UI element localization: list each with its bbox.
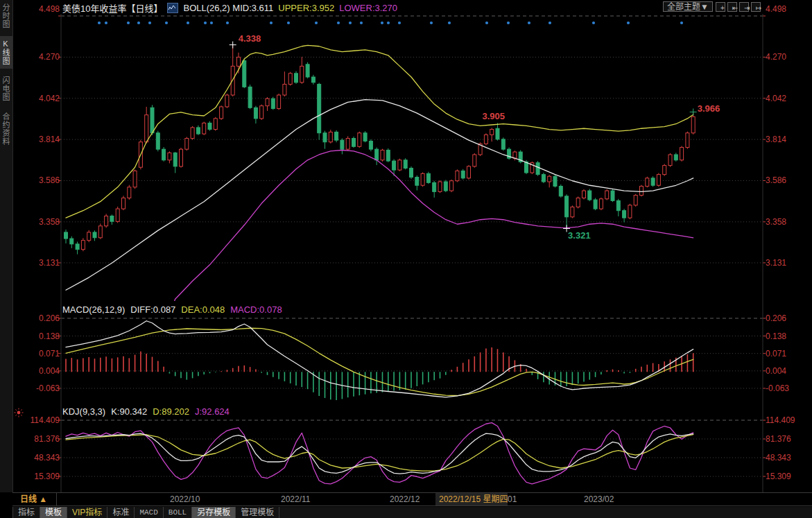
macd-header: MACD(26,12,9) DIFF:0.087 DEA:0.048 MACD:…	[62, 304, 282, 315]
candle-body	[461, 171, 465, 178]
signal-dot	[680, 21, 683, 24]
zoom-in-icon[interactable]: ⇥	[739, 2, 749, 12]
bottom-tab-BOLL[interactable]: BOLL	[164, 507, 192, 518]
toolbar-buttons: +⇤⇥↦	[716, 2, 761, 12]
theme-select-button[interactable]: 全部主题▼	[663, 1, 713, 12]
candle-body	[352, 139, 356, 147]
candle-body	[410, 169, 413, 178]
mini-line-chart-icon	[167, 3, 178, 13]
candle-body	[202, 123, 206, 134]
bottom-tab-管理模板[interactable]: 管理模板	[236, 507, 279, 518]
candle-body	[553, 176, 557, 186]
signal-dot	[315, 21, 318, 24]
period-selector[interactable]: 日线 ▲	[12, 493, 57, 506]
alarm-icon[interactable]	[14, 408, 24, 420]
candle-body	[473, 155, 476, 166]
candle-body	[421, 173, 424, 185]
boll-upper-line	[66, 45, 693, 218]
candle-body	[438, 182, 442, 191]
trading-app-window: 4.4984.4984.2704.2704.0424.0423.8143.814…	[0, 0, 812, 518]
candle-body	[513, 152, 517, 158]
signal-dot	[148, 21, 151, 24]
candle-body	[318, 84, 321, 132]
signal-dot	[627, 21, 630, 24]
candle-body	[156, 133, 159, 149]
candle-body	[346, 139, 349, 150]
cross-green	[690, 109, 697, 116]
sidebar-item-4[interactable]: 合约资料	[0, 109, 12, 149]
candle-body	[616, 200, 620, 210]
candle-body	[375, 149, 379, 160]
boll-params-label: BOLL(26,2) MID:3.611	[183, 3, 273, 13]
candle-body	[311, 77, 315, 83]
candle-body	[657, 175, 660, 186]
signal-dot	[398, 21, 401, 24]
candle-body	[456, 171, 459, 180]
chart-title-cluster: 美债10年收益率【日线】 BOLL(26,2) MID:3.611 UPPER:…	[62, 1, 397, 15]
page-forward-icon[interactable]: ↦	[751, 2, 761, 12]
date-tick-label: 2022/11	[281, 494, 311, 505]
signal-dot	[349, 21, 352, 24]
kdj-d-value: D:89.202	[153, 406, 189, 417]
k-line	[66, 433, 693, 474]
sidebar-item-3[interactable]: 闪电图	[0, 73, 12, 105]
candle-body	[588, 191, 591, 200]
candle-body	[254, 107, 257, 119]
sidebar-item-2[interactable]: K线图	[0, 36, 12, 69]
signal-dot	[387, 21, 390, 24]
candle-body	[105, 216, 108, 226]
candle-body	[237, 57, 241, 66]
bottom-tab-模板[interactable]: 模板	[40, 507, 67, 518]
date-tick-label: 2022/10	[170, 494, 200, 505]
macd-diff-value: DIFF:0.087	[130, 304, 175, 315]
candle-body	[128, 187, 131, 198]
candle-body	[283, 84, 286, 95]
macd-layer	[66, 321, 693, 400]
candle-body	[450, 181, 453, 191]
candle-body	[133, 171, 137, 187]
signal-dot	[165, 21, 168, 24]
zoom-out-icon[interactable]: ⇤	[727, 2, 737, 12]
bottom-tab-另存模板[interactable]: 另存模板	[192, 507, 236, 518]
signal-dot	[528, 21, 530, 24]
candle-body	[288, 74, 292, 85]
candle-body	[467, 166, 471, 178]
candle-body	[496, 128, 499, 139]
signal-dot	[448, 21, 451, 24]
candle-body	[571, 207, 574, 217]
candle-body	[542, 175, 545, 182]
candle-body	[87, 232, 91, 241]
candle-body	[576, 198, 580, 207]
candle-body	[651, 178, 655, 185]
bottom-tab-MACD[interactable]: MACD	[135, 507, 163, 518]
macd-macd-value: MACD:0.078	[230, 304, 282, 315]
candle-body	[628, 205, 632, 218]
crosshair-date-badge: 2022/12/15 星期四	[435, 493, 508, 506]
crosshair-icon[interactable]: +	[716, 2, 725, 12]
bottom-tab-VIP指标[interactable]: VIP指标	[67, 507, 107, 518]
candle-body	[335, 132, 338, 140]
signal-dot	[270, 21, 273, 24]
macd-dea-value: DEA:0.048	[181, 304, 225, 315]
sidebar: 分时图K线图闪电图合约资料	[0, 0, 13, 492]
bottom-tab-指标[interactable]: 指标	[13, 507, 40, 518]
sidebar-item-1[interactable]: 分时图	[0, 0, 12, 32]
toolbar: 全部主题▼ +⇤⇥↦	[663, 1, 761, 12]
candle-body	[214, 119, 217, 130]
bottom-tab-标准[interactable]: 标准	[107, 507, 135, 518]
candle-body	[484, 135, 487, 144]
candle-body	[271, 98, 275, 108]
cross-white	[563, 225, 570, 232]
candle-body	[363, 133, 367, 141]
candle-body	[634, 196, 637, 205]
candle-body	[663, 166, 666, 175]
candle-body	[340, 140, 344, 149]
candle-body	[386, 150, 390, 161]
signal-dot	[226, 21, 229, 24]
candle-body	[565, 196, 569, 217]
candle-body	[110, 216, 114, 222]
candle-body	[81, 241, 85, 250]
candle-body	[98, 226, 102, 238]
signal-dot	[360, 21, 363, 24]
candle-body	[398, 160, 401, 170]
